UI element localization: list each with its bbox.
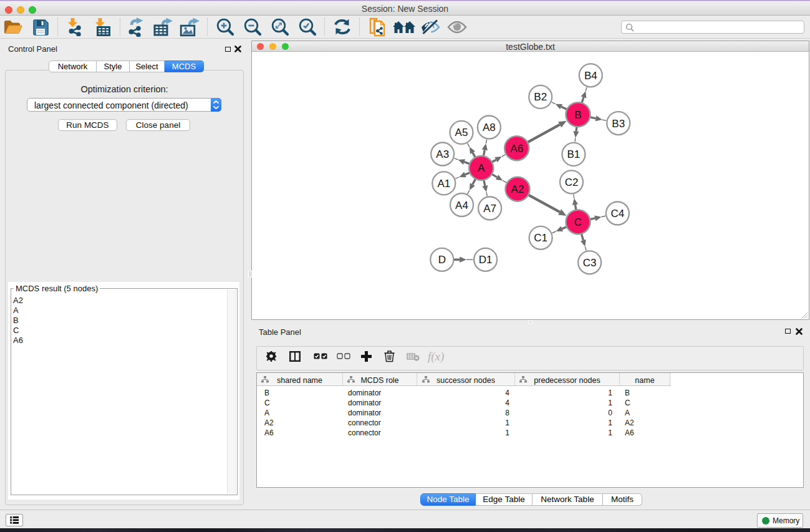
svg-text:B4: B4 (584, 70, 597, 82)
svg-text:C3: C3 (583, 257, 597, 269)
svg-text:C1: C1 (534, 232, 547, 244)
svg-text:A3: A3 (436, 148, 449, 160)
svg-text:A: A (478, 162, 485, 174)
svg-text:A1: A1 (437, 178, 450, 190)
svg-text:D: D (438, 254, 446, 266)
svg-text:A6: A6 (510, 143, 523, 155)
svg-text:D1: D1 (479, 254, 493, 266)
svg-text:A4: A4 (455, 200, 468, 211)
svg-text:A5: A5 (455, 127, 468, 138)
svg-text:A8: A8 (483, 122, 496, 133)
svg-text:C: C (574, 216, 582, 228)
svg-text:B1: B1 (567, 148, 581, 160)
svg-text:B3: B3 (612, 118, 625, 130)
svg-text:B2: B2 (534, 91, 547, 103)
svg-text:A7: A7 (483, 203, 496, 215)
svg-text:C4: C4 (611, 208, 625, 220)
svg-text:B: B (574, 109, 581, 121)
svg-text:C2: C2 (565, 177, 579, 188)
svg-text:A2: A2 (511, 183, 524, 195)
